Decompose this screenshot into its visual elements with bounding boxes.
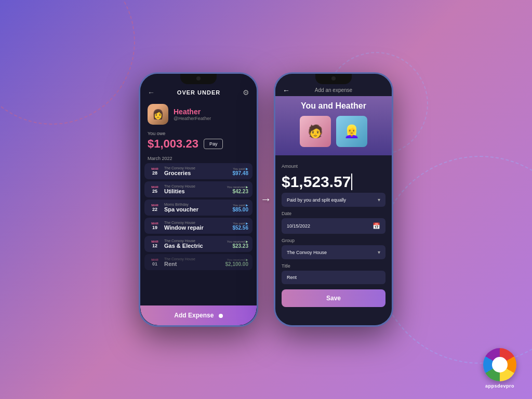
phone-notch-right <box>315 74 352 84</box>
expense-amount: You paid ▶ $85.00 <box>232 203 248 212</box>
expense-info: The Convoy House Rent <box>164 257 222 267</box>
expense-info: The Convoy House Gas & Electric <box>164 239 224 249</box>
month-label: March 2022 <box>140 154 257 163</box>
photo-female-placeholder: 👱‍♀️ <box>336 116 367 147</box>
expense-date: MAR 01 <box>149 258 161 267</box>
expense-item[interactable]: MAR 22 Moms Birthday Spa voucher You pai… <box>144 200 252 216</box>
expense-info: Moms Birthday Spa voucher <box>164 203 229 212</box>
expense-list: MAR 28 The Convoy House Groceries You pa… <box>140 163 257 270</box>
settings-icon[interactable]: ⚙ <box>243 88 249 97</box>
right-phone-screen: ← Add an expense You and Heather 🧑 👱‍♀️ … <box>275 74 392 325</box>
connector-arrow: → <box>260 193 272 206</box>
save-button[interactable]: Save <box>282 289 385 307</box>
expense-amount: You received ▶ $42.23 <box>227 185 248 194</box>
bg-decoration-1 <box>0 0 135 125</box>
expense-date: MAR 22 <box>149 204 161 212</box>
title-value: Rent <box>287 275 297 280</box>
title-field[interactable]: Rent <box>282 271 385 284</box>
owe-label: You owe <box>148 131 249 136</box>
split-dropdown[interactable]: Paid by you and split equally ▾ <box>282 193 385 207</box>
hero-photo-male: 🧑 <box>300 116 331 147</box>
profile-handle: @HeatherFeather <box>174 116 211 121</box>
expense-date: MAR 19 <box>149 222 161 230</box>
app-title: OVER UNDER <box>177 89 220 96</box>
amount-label: Amount <box>282 164 385 169</box>
avatar-image: 👩 <box>148 104 168 125</box>
phone-notch-left <box>180 74 217 84</box>
expense-amount: You paid ▶ $52.56 <box>232 221 248 231</box>
pay-button[interactable]: Pay <box>204 139 223 149</box>
avatar: 👩 <box>148 104 168 125</box>
expense-date: MAR 12 <box>149 240 161 248</box>
calendar-icon: 📅 <box>373 222 380 230</box>
cursor-bar <box>351 174 352 190</box>
expense-item[interactable]: MAR 25 The Convoy House Utilities You re… <box>144 181 252 197</box>
profile-name: Heather <box>174 108 211 116</box>
left-phone-screen: ← OVER UNDER ⚙ 👩 Heather @HeatherFeather… <box>140 74 257 325</box>
logo-inner <box>492 357 508 373</box>
add-expense-title: Add an expense <box>315 87 352 93</box>
amount-display[interactable]: $1,523.57 <box>282 171 385 193</box>
chevron-down-icon-group: ▾ <box>378 249 380 255</box>
expense-info: The Convoy House Groceries <box>164 166 229 176</box>
expense-date: MAR 28 <box>149 167 161 176</box>
right-phone: ← Add an expense You and Heather 🧑 👱‍♀️ … <box>274 72 393 327</box>
back-icon-right[interactable]: ← <box>283 86 290 95</box>
add-expense-dot <box>219 314 223 318</box>
owe-section: You owe $1,003.23 Pay <box>140 128 257 154</box>
hero-title: You and Heather <box>283 101 384 111</box>
logo-text: appsdevpro <box>485 383 514 389</box>
expense-item[interactable]: MAR 28 The Convoy House Groceries You pa… <box>144 163 252 179</box>
notch-camera <box>196 76 201 81</box>
expense-info: The Convoy House Utilities <box>164 184 224 194</box>
split-value: Paid by you and split equally <box>287 197 346 203</box>
hero-photo-female: 👱‍♀️ <box>336 116 367 147</box>
owe-amount: $1,003.23 <box>148 137 198 151</box>
add-expense-button[interactable]: Add Expense <box>140 305 257 325</box>
expense-amount: You received ▶ $23.23 <box>227 240 248 249</box>
notch-camera-right <box>331 76 336 81</box>
logo-icon <box>483 348 516 381</box>
owe-amount-row: $1,003.23 Pay <box>148 137 249 151</box>
bg-decoration-2 <box>376 156 532 364</box>
date-value: 10/15/2022 <box>287 223 310 229</box>
expense-info: The Convoy House Window repair <box>164 221 229 231</box>
date-field[interactable]: 10/15/2022 📅 <box>282 218 385 234</box>
profile-info: Heather @HeatherFeather <box>174 108 211 121</box>
hero-photos: 🧑 👱‍♀️ <box>283 116 384 147</box>
group-value: The Convoy House <box>287 250 327 255</box>
title-label: Title <box>282 263 385 269</box>
group-dropdown[interactable]: The Convoy House ▾ <box>282 245 385 259</box>
expense-amount: You paid ▶ $97.48 <box>232 167 248 176</box>
date-label: Date <box>282 211 385 216</box>
expense-amount: You received ▶ $2,100.00 <box>225 258 249 267</box>
expense-form: Amount $1,523.57 Paid by you and split e… <box>275 155 392 311</box>
hero-section: You and Heather 🧑 👱‍♀️ <box>275 96 392 155</box>
expense-item[interactable]: MAR 01 The Convoy House Rent You receive… <box>144 254 252 270</box>
group-label: Group <box>282 238 385 243</box>
expense-date: MAR 25 <box>149 185 161 194</box>
left-phone: ← OVER UNDER ⚙ 👩 Heather @HeatherFeather… <box>139 72 258 327</box>
expense-item[interactable]: MAR 19 The Convoy House Window repair Yo… <box>144 218 252 234</box>
expense-item[interactable]: MAR 12 The Convoy House Gas & Electric Y… <box>144 236 252 252</box>
amount-value: $1,523.57 <box>282 173 351 191</box>
chevron-down-icon: ▾ <box>378 197 380 203</box>
phones-container: ← OVER UNDER ⚙ 👩 Heather @HeatherFeather… <box>139 72 393 327</box>
photo-male-placeholder: 🧑 <box>300 116 331 147</box>
profile-section: 👩 Heather @HeatherFeather <box>140 101 257 128</box>
logo-area: appsdevpro <box>483 348 516 389</box>
back-icon[interactable]: ← <box>148 88 155 97</box>
